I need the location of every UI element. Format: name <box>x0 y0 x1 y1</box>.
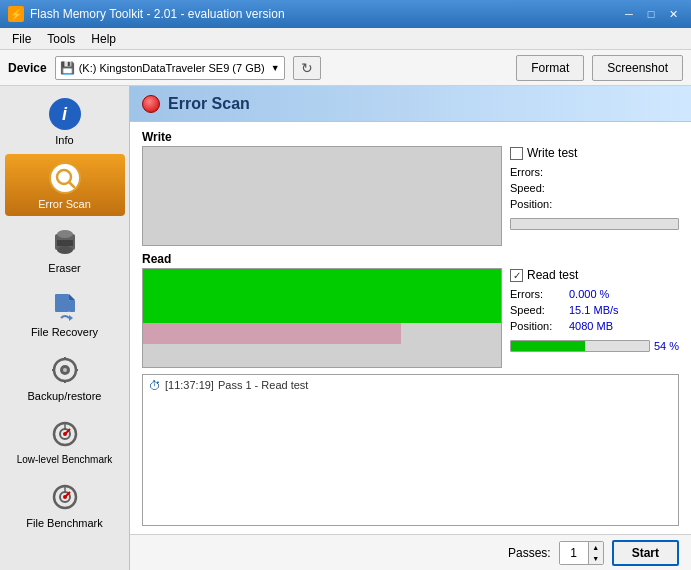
sidebar-item-file-recovery[interactable]: File Recovery <box>5 282 125 344</box>
sidebar-label-file-benchmark: File Benchmark <box>26 517 102 529</box>
device-label: Device <box>8 61 47 75</box>
log-area: ⏱ [11:37:19] Pass 1 - Read test <box>142 374 679 526</box>
sidebar-label-info: Info <box>55 134 73 146</box>
read-pink-area <box>143 323 401 345</box>
close-button[interactable]: ✕ <box>663 5 683 23</box>
sidebar-label-error-scan: Error Scan <box>38 198 91 210</box>
write-controls: Write test Errors: Speed: Position: <box>510 146 679 230</box>
write-test-label: Write test <box>527 146 577 160</box>
write-section-label: Write <box>142 130 679 144</box>
backup-restore-icon <box>47 352 83 388</box>
write-progress-bar <box>510 218 679 230</box>
main-layout: i Info Error Scan <box>0 86 691 570</box>
read-errors-value: 0.000 % <box>569 288 609 300</box>
read-controls: Read test Errors: 0.000 % Speed: 15.1 MB… <box>510 268 679 352</box>
read-progress-bar <box>510 340 650 352</box>
svg-point-5 <box>57 246 73 254</box>
read-position-label: Position: <box>510 320 565 332</box>
read-canvas <box>142 268 502 368</box>
read-errors-row: Errors: 0.000 % <box>510 288 679 300</box>
sidebar-label-file-recovery: File Recovery <box>31 326 98 338</box>
write-position-row: Position: <box>510 198 679 210</box>
content-header: Error Scan <box>130 86 691 122</box>
write-test-checkbox-row[interactable]: Write test <box>510 146 679 160</box>
read-section-label: Read <box>142 252 679 266</box>
eraser-icon <box>47 224 83 260</box>
write-canvas <box>142 146 502 246</box>
svg-point-21 <box>63 432 67 436</box>
sidebar-label-low-level-benchmark: Low-level Benchmark <box>17 454 113 465</box>
passes-down-button[interactable]: ▼ <box>589 553 603 564</box>
refresh-button[interactable]: ↻ <box>293 56 321 80</box>
low-level-benchmark-icon <box>47 416 83 452</box>
maximize-button[interactable]: □ <box>641 5 661 23</box>
menu-tools[interactable]: Tools <box>39 30 83 48</box>
error-scan-icon <box>47 160 83 196</box>
bottom-bar: Passes: ▲ ▼ Start <box>130 534 691 570</box>
read-green-area <box>143 269 501 323</box>
write-errors-label: Errors: <box>510 166 565 178</box>
status-dot <box>142 95 160 113</box>
file-recovery-icon <box>47 288 83 324</box>
svg-rect-8 <box>69 300 75 312</box>
app-icon: ⚡ <box>8 6 24 22</box>
svg-point-4 <box>57 230 73 238</box>
write-section: Write Write test Errors: Speed: <box>142 130 679 246</box>
start-button[interactable]: Start <box>612 540 679 566</box>
sidebar-item-eraser[interactable]: Eraser <box>5 218 125 280</box>
svg-rect-3 <box>57 240 73 246</box>
file-benchmark-icon <box>47 479 83 515</box>
read-row: Read test Errors: 0.000 % Speed: 15.1 MB… <box>142 268 679 368</box>
write-speed-row: Speed: <box>510 182 679 194</box>
svg-point-26 <box>63 495 67 499</box>
title-bar: ⚡ Flash Memory Toolkit - 2.01 - evaluati… <box>0 0 691 28</box>
svg-marker-9 <box>69 315 73 321</box>
drive-icon: 💾 <box>60 61 75 75</box>
info-icon: i <box>47 96 83 132</box>
screenshot-button[interactable]: Screenshot <box>592 55 683 81</box>
device-toolbar: Device 💾 (K:) KingstonDataTraveler SE9 (… <box>0 50 691 86</box>
log-time: [11:37:19] <box>165 379 214 391</box>
sidebar-item-info[interactable]: i Info <box>5 90 125 152</box>
read-progress-label: 54 % <box>654 340 679 352</box>
read-errors-label: Errors: <box>510 288 565 300</box>
write-speed-label: Speed: <box>510 182 565 194</box>
menu-help[interactable]: Help <box>83 30 124 48</box>
window-controls: ─ □ ✕ <box>619 5 683 23</box>
passes-spinner[interactable]: ▲ ▼ <box>559 541 604 565</box>
minimize-button[interactable]: ─ <box>619 5 639 23</box>
write-position-label: Position: <box>510 198 565 210</box>
svg-line-1 <box>69 183 74 188</box>
svg-point-12 <box>63 368 67 372</box>
read-speed-row: Speed: 15.1 MB/s <box>510 304 679 316</box>
sidebar-label-backup-restore: Backup/restore <box>28 390 102 402</box>
menu-bar: File Tools Help <box>0 28 691 50</box>
content-area: Error Scan Write Write test Errors: <box>130 86 691 570</box>
passes-up-button[interactable]: ▲ <box>589 542 603 553</box>
sidebar-item-backup-restore[interactable]: Backup/restore <box>5 346 125 408</box>
svg-rect-6 <box>55 294 69 312</box>
device-dropdown[interactable]: 💾 (K:) KingstonDataTraveler SE9 (7 GB) ▼ <box>55 56 285 80</box>
read-position-row: Position: 4080 MB <box>510 320 679 332</box>
log-entry: ⏱ [11:37:19] Pass 1 - Read test <box>149 379 672 393</box>
read-test-checkbox[interactable] <box>510 269 523 282</box>
write-test-checkbox[interactable] <box>510 147 523 160</box>
passes-input[interactable] <box>560 542 588 564</box>
dropdown-arrow-icon: ▼ <box>271 63 280 73</box>
read-test-checkbox-row[interactable]: Read test <box>510 268 679 282</box>
read-speed-label: Speed: <box>510 304 565 316</box>
write-progress-wrap <box>510 218 679 230</box>
content-title: Error Scan <box>168 95 250 113</box>
read-section: Read Read test Errors: 0.000 % <box>142 252 679 368</box>
read-progress-row: 54 % <box>510 340 679 352</box>
sidebar-item-file-benchmark[interactable]: File Benchmark <box>5 473 125 535</box>
app-title: Flash Memory Toolkit - 2.01 - evaluation… <box>30 7 285 21</box>
passes-label: Passes: <box>508 546 551 560</box>
write-errors-row: Errors: <box>510 166 679 178</box>
format-button[interactable]: Format <box>516 55 584 81</box>
log-icon: ⏱ <box>149 379 161 393</box>
sidebar-item-low-level-benchmark[interactable]: Low-level Benchmark <box>5 410 125 471</box>
sidebar-item-error-scan[interactable]: Error Scan <box>5 154 125 216</box>
menu-file[interactable]: File <box>4 30 39 48</box>
svg-marker-7 <box>69 294 75 300</box>
